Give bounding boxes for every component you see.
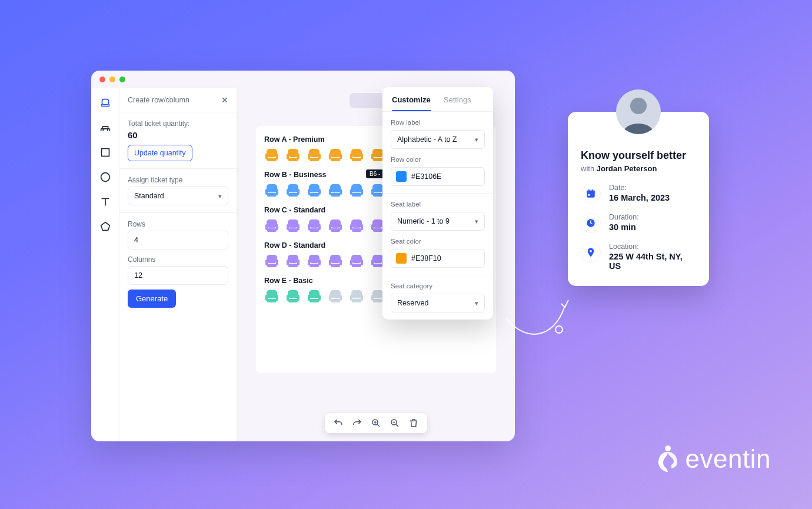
seat[interactable] <box>264 147 279 162</box>
seat[interactable] <box>307 182 322 198</box>
location-value: 225 W 44th St, NY, US <box>609 252 696 271</box>
ticket-type-value: Standard <box>134 192 164 200</box>
svg-rect-91 <box>351 219 362 228</box>
svg-rect-79 <box>288 219 298 228</box>
svg-rect-134 <box>352 264 361 267</box>
seat[interactable] <box>264 218 279 233</box>
date-label: Date: <box>609 184 670 192</box>
seat[interactable] <box>264 182 279 198</box>
zoom-out-icon[interactable] <box>390 418 400 428</box>
seat[interactable] <box>328 218 343 233</box>
seat[interactable] <box>349 288 364 304</box>
svg-rect-54 <box>352 193 361 197</box>
svg-rect-170 <box>331 299 340 302</box>
seat[interactable] <box>285 182 301 198</box>
seat[interactable] <box>349 147 364 162</box>
svg-rect-158 <box>267 299 277 302</box>
svg-rect-22 <box>352 158 361 161</box>
seat[interactable] <box>307 253 322 268</box>
columns-label: Columns <box>128 255 228 264</box>
svg-rect-131 <box>351 255 362 263</box>
svg-rect-98 <box>373 228 382 232</box>
row-label-select[interactable]: Alphabetic - A to Z ▾ <box>391 130 485 149</box>
redo-icon[interactable] <box>352 418 362 428</box>
customize-panel: Customize Settings Row label Alphabetic … <box>382 87 493 320</box>
svg-rect-3 <box>267 149 277 157</box>
seat[interactable] <box>328 182 343 198</box>
svg-rect-42 <box>288 193 298 197</box>
delete-icon[interactable] <box>408 418 419 428</box>
seat[interactable] <box>264 288 279 304</box>
location-icon <box>581 242 601 262</box>
duration-value: 30 min <box>609 222 639 232</box>
seat[interactable] <box>285 253 301 268</box>
minimize-window-dot[interactable] <box>109 76 115 82</box>
svg-rect-90 <box>331 228 340 232</box>
row-color-swatch <box>396 171 407 182</box>
undo-icon[interactable] <box>333 418 344 428</box>
rectangle-tool-icon[interactable] <box>99 146 112 159</box>
duration-label: Duration: <box>609 213 639 221</box>
seat-color-label: Seat color <box>391 238 485 245</box>
seat[interactable] <box>349 253 364 268</box>
seat[interactable] <box>349 218 364 233</box>
svg-rect-155 <box>267 290 277 298</box>
seat-tool-icon[interactable] <box>99 97 112 109</box>
event-card: Know yourself better with Jordan Peterso… <box>568 112 709 286</box>
seat[interactable] <box>285 218 301 233</box>
date-value: 16 March, 2023 <box>609 193 670 202</box>
seat[interactable] <box>328 253 343 268</box>
columns-input[interactable]: 12 <box>128 266 228 285</box>
svg-rect-38 <box>267 193 277 197</box>
svg-rect-138 <box>373 264 382 267</box>
seat-label-select[interactable]: Numeric - 1 to 9 ▾ <box>391 212 485 231</box>
svg-rect-6 <box>267 158 277 161</box>
canvas-bottom-toolbar <box>325 413 427 433</box>
seat[interactable] <box>307 147 322 162</box>
svg-rect-162 <box>288 299 298 302</box>
tab-settings[interactable]: Settings <box>444 95 471 111</box>
event-subtitle: with Jordan Peterson <box>581 164 696 173</box>
seat[interactable] <box>349 182 364 198</box>
svg-rect-83 <box>309 219 320 228</box>
tab-customize[interactable]: Customize <box>392 95 431 111</box>
seat[interactable] <box>307 218 322 233</box>
close-window-dot[interactable] <box>99 76 105 82</box>
close-icon[interactable]: ✕ <box>221 95 228 105</box>
svg-rect-123 <box>309 255 320 263</box>
shape-tool-icon[interactable] <box>99 220 112 233</box>
circle-tool-icon[interactable] <box>99 171 112 184</box>
text-tool-icon[interactable] <box>99 195 112 208</box>
generate-button[interactable]: Generate <box>128 290 176 308</box>
row-color-input[interactable]: #E3106E <box>391 167 485 186</box>
rows-input[interactable]: 4 <box>128 231 228 249</box>
svg-rect-203 <box>588 194 590 196</box>
seat[interactable] <box>328 147 343 162</box>
seat-category-select[interactable]: Reserved ▾ <box>391 294 485 312</box>
seat[interactable] <box>328 288 343 304</box>
zoom-in-icon[interactable] <box>371 418 381 428</box>
svg-rect-50 <box>331 193 340 197</box>
svg-rect-43 <box>309 184 320 192</box>
clock-icon <box>581 213 601 233</box>
svg-rect-94 <box>352 228 361 232</box>
seat[interactable] <box>285 147 301 162</box>
brand-logo: eventin <box>656 444 771 474</box>
svg-rect-0 <box>102 99 108 105</box>
update-quantity-button[interactable]: Update quantity <box>128 145 192 161</box>
table-tool-icon[interactable] <box>99 121 112 134</box>
svg-rect-202 <box>592 189 593 192</box>
ticket-type-select[interactable]: Standard ▾ <box>128 187 228 205</box>
seat[interactable] <box>285 288 301 304</box>
seat[interactable] <box>307 288 322 304</box>
maximize-window-dot[interactable] <box>119 76 125 82</box>
seat[interactable] <box>264 253 279 268</box>
svg-rect-15 <box>330 149 341 157</box>
svg-rect-35 <box>267 184 277 192</box>
svg-rect-26 <box>373 158 382 161</box>
svg-rect-11 <box>309 149 320 157</box>
chevron-down-icon: ▾ <box>475 300 478 307</box>
seat-color-input[interactable]: #E38F10 <box>391 249 485 268</box>
svg-rect-75 <box>267 219 277 228</box>
event-title: Know yourself better <box>581 149 696 162</box>
